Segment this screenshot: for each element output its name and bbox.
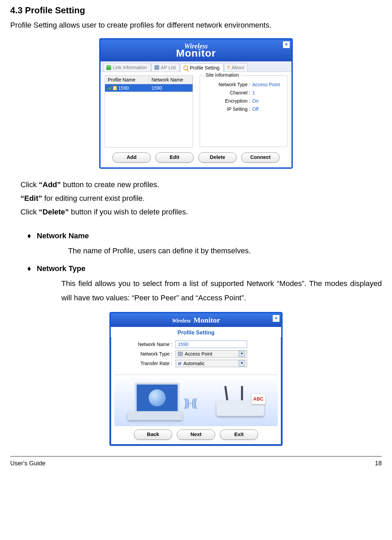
app-title-top: Wireless	[172, 318, 191, 324]
chevron-down-icon: ▾	[239, 351, 245, 357]
window-titlebar: Wireless Monitor ×	[111, 313, 281, 327]
bullet-network-name: ♦ Network Name	[27, 231, 382, 240]
tab-profile-setting[interactable]: Profile Setting	[180, 63, 223, 72]
profile-setting-icon	[183, 65, 188, 70]
connection-diagram: ))) · ((( ABC	[114, 375, 278, 426]
network-type-select[interactable]: Access Point ▾	[176, 350, 247, 358]
ip-setting-label: IP Setting :	[204, 106, 252, 112]
network-name-label: Network Name :	[121, 342, 176, 347]
lock-icon	[113, 86, 117, 90]
page-footer: User's Guide 18	[10, 456, 382, 467]
access-point-icon	[178, 352, 183, 356]
channel-value: 1	[252, 90, 283, 95]
instruction-edit: “Edit” for editing current exist profile…	[20, 193, 382, 204]
laptop-icon	[128, 382, 182, 420]
profile-setting-subtitle: Profile Setting	[111, 327, 281, 337]
router-icon: ABC	[216, 389, 264, 416]
bullet-label: Network Type	[37, 264, 86, 273]
profile-list-row[interactable]: 1590 1590	[105, 84, 193, 92]
tab-link-information[interactable]: Link Information	[103, 63, 151, 72]
network-type-value: Access Point	[185, 351, 212, 357]
wireless-monitor-window-profile-wizard: Wireless Monitor × Profile Setting Netwo…	[109, 312, 283, 446]
wireless-waves-icon: ))) · (((	[184, 396, 196, 409]
app-title-bottom: Monitor	[194, 316, 220, 324]
wireless-monitor-window-profile-list: Wireless Monitor × Link Information AP L…	[99, 38, 293, 169]
section-title: 4.3 Profile Setting	[10, 5, 382, 16]
close-icon[interactable]: ×	[272, 315, 280, 322]
instruction-add: Click “Add” button to create new profile…	[20, 179, 382, 191]
bidirectional-icon: ⇄	[178, 361, 181, 366]
encryption-value: On	[252, 98, 283, 104]
profile-list[interactable]: Profile Name Network Name 1590 1590	[105, 75, 193, 148]
window-titlebar: Wireless Monitor ×	[101, 40, 291, 61]
instruction-delete: Click “Delete” button if you wish to del…	[20, 206, 382, 218]
section-intro: Profile Setting allows user to create pr…	[10, 21, 382, 30]
col-profile-name: Profile Name	[105, 76, 149, 84]
network-name-cell: 1590	[149, 84, 193, 92]
next-button[interactable]: Next	[177, 430, 215, 440]
network-name-input[interactable]	[176, 341, 247, 348]
add-button[interactable]: Add	[112, 152, 151, 163]
app-logo: Wireless Monitor	[172, 316, 220, 324]
footer-page-number: 18	[375, 460, 382, 467]
network-type-label: Network Type :	[204, 82, 252, 87]
app-logo: Wireless Monitor	[176, 43, 216, 58]
transfer-rate-select[interactable]: ⇄ Automatic ▾	[176, 360, 247, 367]
encryption-label: Encryption :	[204, 98, 252, 104]
bullet-network-type: ♦ Network Type	[27, 264, 382, 273]
bullet-label: Network Name	[37, 231, 89, 240]
back-button[interactable]: Back	[134, 430, 172, 440]
tab-label: About	[231, 65, 244, 70]
about-icon: ?	[227, 65, 230, 70]
tab-ap-list[interactable]: AP List	[151, 63, 180, 72]
tab-label: AP List	[161, 65, 176, 70]
ip-setting-value: Off	[252, 106, 283, 112]
diamond-bullet-icon: ♦	[27, 264, 37, 273]
connect-button[interactable]: Connect	[241, 152, 280, 163]
network-type-value: Access Point	[252, 82, 283, 87]
delete-button[interactable]: Delete	[198, 152, 237, 163]
router-badge: ABC	[251, 393, 266, 404]
transfer-rate-label: Transfer Rate :	[121, 361, 176, 366]
footer-guide: User's Guide	[10, 460, 45, 467]
globe-icon	[149, 389, 166, 406]
link-info-icon	[106, 65, 111, 70]
chevron-down-icon: ▾	[239, 360, 245, 366]
ap-list-icon	[154, 65, 159, 70]
close-icon[interactable]: ×	[283, 41, 290, 48]
exit-button[interactable]: Exit	[220, 430, 258, 440]
network-type-label: Network Type :	[121, 351, 176, 357]
group-label: Site Information	[203, 72, 241, 78]
signal-icon	[108, 86, 111, 90]
tab-label: Link Information	[113, 65, 147, 70]
diamond-bullet-icon: ♦	[27, 231, 37, 240]
col-network-name: Network Name	[149, 76, 193, 84]
bullet-network-name-desc: The name of Profile, users can define it…	[68, 244, 382, 258]
site-information-group: Site Information Network Type : Access P…	[200, 75, 287, 147]
transfer-rate-value: Automatic	[183, 361, 205, 366]
profile-list-header: Profile Name Network Name	[105, 76, 193, 84]
bullet-network-type-desc: This field allows you to select from a l…	[61, 276, 382, 305]
edit-button[interactable]: Edit	[155, 152, 194, 163]
channel-label: Channel :	[204, 90, 252, 95]
tab-about[interactable]: ? About	[224, 63, 248, 72]
tab-bar: Link Information AP List Profile Setting…	[101, 61, 291, 72]
app-title-bottom: Monitor	[176, 48, 216, 58]
tab-label: Profile Setting	[190, 65, 220, 71]
profile-name-cell: 1590	[118, 85, 129, 91]
